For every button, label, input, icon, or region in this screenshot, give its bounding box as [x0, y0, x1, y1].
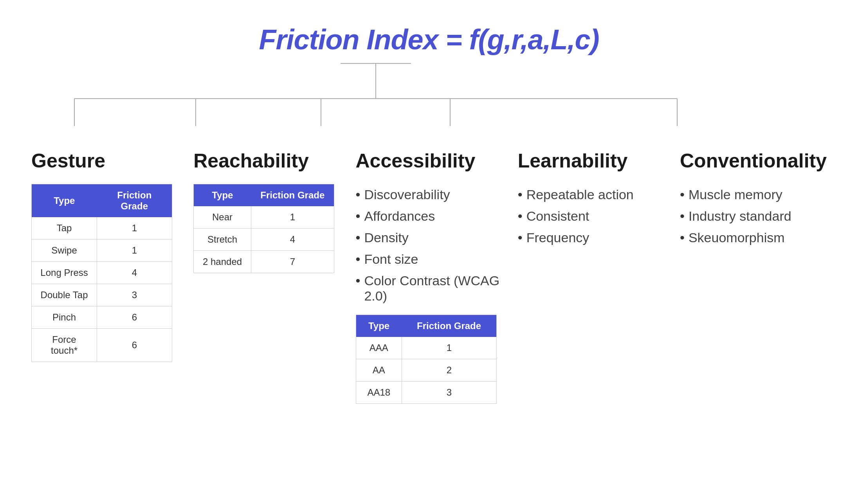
grade-cell: 6 [97, 306, 172, 329]
table-row: Long Press4 [32, 262, 172, 284]
type-cell: AA18 [356, 382, 402, 404]
grade-cell: 3 [402, 382, 496, 404]
list-item: Frequency [518, 227, 664, 248]
reachability-table: Type Friction Grade Near1Stretch42 hande… [193, 184, 334, 273]
type-cell: Stretch [194, 229, 251, 251]
grade-cell: 1 [402, 337, 496, 359]
list-item: Consistent [518, 205, 664, 227]
grade-cell: 1 [97, 217, 172, 239]
gesture-type-header: Type [32, 184, 97, 218]
grade-cell: 6 [97, 329, 172, 362]
grade-cell: 1 [97, 239, 172, 262]
reachability-title: Reachability [193, 149, 340, 172]
type-cell: 2 handed [194, 251, 251, 273]
list-item: Repeatable action [518, 184, 664, 205]
learnability-column: Learnability Repeatable actionConsistent… [510, 149, 672, 248]
list-item: Font size [356, 248, 502, 270]
page-title: Friction Index = f(g,r,a,L,c) [0, 0, 858, 56]
table-row: AA2 [356, 359, 496, 382]
table-row: Tap1 [32, 217, 172, 239]
reachability-grade-header: Friction Grade [251, 184, 334, 207]
gesture-title: Gesture [31, 149, 178, 172]
accessibility-column: Accessibility DiscoverabilityAffordances… [348, 149, 510, 404]
tree-diagram [0, 59, 858, 146]
type-cell: AAA [356, 337, 402, 359]
accessibility-bullet-list: DiscoverabilityAffordancesDensityFont si… [356, 184, 502, 307]
list-item: Discoverability [356, 184, 502, 205]
learnability-title: Learnability [518, 149, 664, 172]
accessibility-grade-header: Friction Grade [402, 315, 496, 337]
conventionality-column: Conventionality Muscle memoryIndustry st… [672, 149, 835, 248]
table-row: Near1 [194, 206, 334, 229]
table-row: Pinch6 [32, 306, 172, 329]
gesture-grade-header: Friction Grade [97, 184, 172, 218]
list-item: Muscle memory [680, 184, 827, 205]
type-cell: Force touch* [32, 329, 97, 362]
type-cell: Long Press [32, 262, 97, 284]
gesture-column: Gesture Type Friction Grade Tap1Swipe1Lo… [23, 149, 186, 362]
accessibility-type-header: Type [356, 315, 402, 337]
accessibility-table: Type Friction Grade AAA1AA2AA183 [356, 315, 497, 404]
type-cell: Pinch [32, 306, 97, 329]
type-cell: Tap [32, 217, 97, 239]
conventionality-bullet-list: Muscle memoryIndustry standardSkeuomorph… [680, 184, 827, 248]
grade-cell: 2 [402, 359, 496, 382]
table-row: AA183 [356, 382, 496, 404]
accessibility-table-header-row: Type Friction Grade [356, 315, 496, 337]
type-cell: Double Tap [32, 284, 97, 306]
reachability-table-header-row: Type Friction Grade [194, 184, 334, 207]
gesture-table: Type Friction Grade Tap1Swipe1Long Press… [31, 184, 172, 362]
grade-cell: 3 [97, 284, 172, 306]
grade-cell: 7 [251, 251, 334, 273]
table-row: 2 handed7 [194, 251, 334, 273]
table-row: Swipe1 [32, 239, 172, 262]
list-item: Density [356, 227, 502, 248]
grade-cell: 1 [251, 206, 334, 229]
type-cell: Near [194, 206, 251, 229]
accessibility-title: Accessibility [356, 149, 502, 172]
main-columns: Gesture Type Friction Grade Tap1Swipe1Lo… [0, 149, 858, 404]
table-row: AAA1 [356, 337, 496, 359]
list-item: Color Contrast (WCAG 2.0) [356, 270, 502, 307]
list-item: Affordances [356, 205, 502, 227]
grade-cell: 4 [251, 229, 334, 251]
type-cell: AA [356, 359, 402, 382]
gesture-table-header-row: Type Friction Grade [32, 184, 172, 218]
grade-cell: 4 [97, 262, 172, 284]
table-row: Force touch*6 [32, 329, 172, 362]
reachability-type-header: Type [194, 184, 251, 207]
table-row: Double Tap3 [32, 284, 172, 306]
table-row: Stretch4 [194, 229, 334, 251]
list-item: Skeuomorphism [680, 227, 827, 248]
type-cell: Swipe [32, 239, 97, 262]
reachability-column: Reachability Type Friction Grade Near1St… [186, 149, 348, 273]
list-item: Industry standard [680, 205, 827, 227]
conventionality-title: Conventionality [680, 149, 827, 172]
learnability-bullet-list: Repeatable actionConsistentFrequency [518, 184, 664, 248]
